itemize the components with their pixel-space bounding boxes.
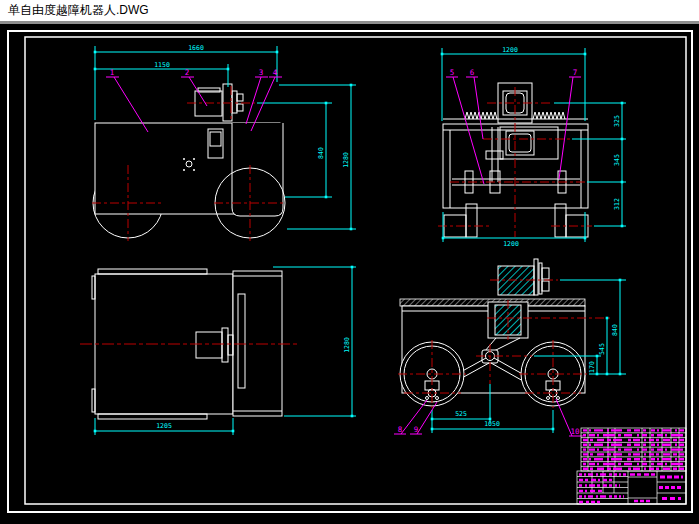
svg-text:4: 4 [273, 68, 278, 77]
svg-text:3: 3 [259, 68, 264, 77]
dim-side-pivot-height: 170 [588, 361, 596, 373]
dim-rear-bottom-width: 1200 [503, 240, 519, 248]
top-view: 1205 1280 [80, 266, 356, 435]
dim-side-motor-height: 840 [611, 324, 619, 336]
svg-text:2: 2 [185, 68, 190, 77]
dim-rear-lower-height: 312 [613, 198, 621, 210]
svg-text:6: 6 [470, 68, 475, 77]
title-block [577, 471, 686, 504]
dim-front-inner-height: 840 [317, 147, 325, 159]
balloon-1: 1 [106, 68, 148, 132]
dim-front-overall-width: 1660 [188, 44, 204, 52]
dim-rear-middle-height: 345 [613, 154, 621, 166]
dim-top-width: 1280 [343, 337, 351, 353]
dim-front-body-width: 1150 [154, 61, 170, 69]
dim-top-length: 1205 [156, 422, 172, 430]
window-titlebar: 单自由度越障机器人.DWG [0, 0, 699, 24]
dim-side-pivot-offset: 525 [455, 410, 467, 418]
balloon-8: 8 [394, 400, 427, 434]
bom-table [581, 428, 686, 471]
dim-rear-upper-height: 325 [613, 115, 621, 127]
svg-text:1: 1 [110, 68, 115, 77]
balloon-2: 2 [181, 68, 207, 106]
dim-side-block-height: 545 [598, 343, 606, 355]
rear-view: 1200 325 345 312 1200 5 6 7 [438, 46, 626, 248]
balloon-3: 3 [246, 68, 268, 124]
svg-text:7: 7 [573, 68, 578, 77]
dim-side-wheelbase: 1050 [484, 420, 500, 428]
window-title: 单自由度越障机器人.DWG [8, 3, 149, 17]
cad-drawing-canvas[interactable]: 1660 1150 840 1280 1 2 3 4 [0, 24, 699, 524]
svg-text:5: 5 [450, 68, 455, 77]
dim-rear-top-width: 1200 [502, 46, 518, 54]
front-view: 1660 1150 840 1280 1 2 3 4 [92, 44, 356, 241]
side-view: 840 545 170 525 1050 8 9 10 [394, 259, 626, 436]
dim-front-overall-height: 1280 [342, 152, 350, 168]
